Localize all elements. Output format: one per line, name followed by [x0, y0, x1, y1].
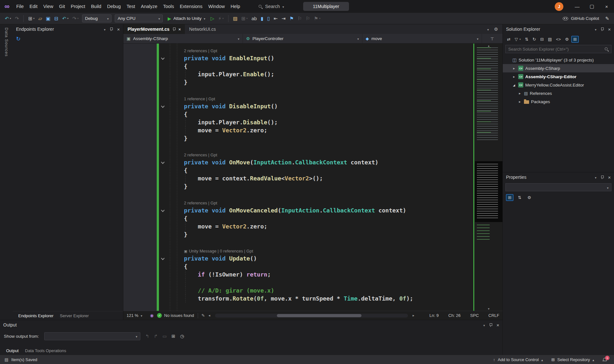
solution-search-input[interactable] [508, 47, 604, 52]
code-line[interactable]: move = context.ReadValue<Vector2>(); [159, 174, 473, 182]
tree-item-assembly-csharp[interactable]: C#Assembly-CSharp [503, 64, 614, 72]
pin-icon[interactable] [172, 27, 176, 31]
user-avatar[interactable]: J [555, 2, 563, 11]
project-dropdown[interactable]: ▣Assembly-CSharp [123, 34, 243, 43]
output-tab-output[interactable]: Output [3, 347, 21, 354]
properties-object-select[interactable] [505, 183, 611, 191]
indent-decrease-icon[interactable]: ⇤ [272, 15, 279, 22]
code-line[interactable]: input.Player.Disable(); [159, 118, 473, 126]
close-icon[interactable] [608, 175, 611, 180]
line-cursor-icon[interactable]: ▮ [259, 15, 265, 22]
code-cleanup-icon[interactable] [202, 313, 205, 318]
member-dropdown[interactable]: ◆move [362, 34, 482, 43]
menu-analyze[interactable]: Analyze [138, 2, 160, 11]
menu-help[interactable]: Help [228, 2, 243, 11]
tree-expander-icon[interactable] [512, 75, 516, 79]
menu-view[interactable]: View [40, 2, 56, 11]
categorized-icon[interactable]: ⊞ [506, 194, 513, 201]
menu-project[interactable]: Project [68, 2, 88, 11]
solution-search-box[interactable] [505, 45, 611, 53]
output-tab-data-tools-operations[interactable]: Data Tools Operations [22, 347, 69, 354]
code-line[interactable]: private void OnMoveCanceled(InputAction.… [159, 206, 473, 214]
breakpoint-gutter[interactable] [123, 44, 157, 311]
scrollbar-thumb[interactable] [277, 314, 362, 317]
nav-back-icon[interactable]: ↶▾ [3, 15, 13, 22]
notifications-button[interactable]: 1 [602, 357, 608, 362]
pin-icon[interactable] [110, 27, 113, 31]
code-line[interactable]: private void Update() [159, 254, 473, 262]
tree-expander-icon[interactable] [518, 100, 522, 104]
menu-file[interactable]: File [13, 2, 27, 11]
previous-bookmark-icon[interactable]: ⚐ [296, 15, 303, 22]
menu-tools[interactable]: Tools [160, 2, 177, 11]
start-without-debugging-icon[interactable]: ▷ [209, 15, 216, 22]
code-line[interactable]: } [159, 78, 473, 86]
add-to-source-control-button[interactable]: Add to Source Control [493, 357, 543, 362]
output-source-select[interactable] [44, 332, 140, 340]
code-line[interactable]: 2 references | Gpt [159, 198, 473, 206]
close-icon[interactable] [496, 322, 499, 328]
code-line[interactable]: { [159, 110, 473, 118]
previous-message-icon[interactable]: ↰ [145, 334, 149, 339]
collapse-region-icon[interactable] [161, 160, 164, 164]
code-line[interactable]: input.Player.Enable(); [159, 70, 473, 78]
data-sources-rail[interactable]: Data Sources [0, 24, 13, 320]
bookmark-menu-icon[interactable]: ⚑▾ [312, 15, 322, 22]
close-icon[interactable] [608, 27, 611, 32]
code-line[interactable]: move = Vector2.zero; [159, 222, 473, 230]
menu-test[interactable]: Test [124, 2, 138, 11]
code-line[interactable]: { [159, 166, 473, 174]
menu-git[interactable]: Git [56, 2, 68, 11]
close-icon[interactable] [117, 27, 120, 32]
collapse-region-icon[interactable] [161, 208, 164, 212]
configuration-select[interactable]: Debug [82, 14, 112, 22]
scroll-right-icon[interactable]: ▸ [413, 313, 415, 318]
code-line[interactable]: if (!IsOwner) return; [159, 270, 473, 278]
codelens[interactable]: 2 references | Gpt [184, 201, 217, 205]
scroll-up-icon[interactable]: ▴ [488, 44, 489, 47]
horizontal-scrollbar[interactable] [215, 314, 408, 318]
collapse-all-icon[interactable]: ⊟ [539, 36, 545, 42]
clear-all-icon[interactable]: ▭ [162, 334, 167, 339]
save-all-icon[interactable]: ⊟ [53, 15, 60, 22]
search-box[interactable]: Search [254, 2, 288, 11]
code-line[interactable]: 1 reference | Gpt [159, 94, 473, 102]
properties-icon[interactable]: ⚙ [563, 36, 570, 42]
minimap[interactable]: ▴ ▾ [475, 44, 502, 311]
scroll-down-icon[interactable]: ▾ [488, 307, 489, 310]
panel-menu-icon[interactable] [595, 175, 596, 180]
line-ending-indicator[interactable]: CRLF [488, 313, 499, 318]
type-dropdown[interactable]: ⚙PlayerController [243, 34, 362, 43]
select-repository-button[interactable]: Select Repository [551, 357, 594, 362]
bookmark-icon[interactable]: ⚑ [288, 15, 295, 22]
property-pages-icon[interactable]: ⚙ [526, 194, 533, 201]
tree-item-references[interactable]: References [503, 89, 614, 97]
code-line[interactable]: move = Vector2.zero; [159, 126, 473, 134]
code-line[interactable]: { [159, 262, 473, 270]
send-feedback-icon[interactable]: ✎ [603, 15, 611, 22]
code-line[interactable]: 2 references | Gpt [159, 46, 473, 54]
zoom-select[interactable]: 121 % [127, 313, 146, 318]
code-line[interactable] [159, 190, 473, 198]
codelens[interactable]: 1 reference | Gpt [184, 96, 215, 101]
code-line[interactable] [159, 142, 473, 150]
undo-icon[interactable]: ↶▾ [61, 15, 70, 22]
code-line[interactable] [159, 278, 473, 286]
indent-increase-icon[interactable]: ⇥ [280, 15, 287, 22]
code-line[interactable]: ▣Unity Message | 0 references | Gpt [159, 246, 473, 254]
filter-icon[interactable]: ▽▾ [513, 36, 522, 42]
code-line[interactable]: // A/D: girar (move.x) [159, 286, 473, 294]
split-window-icon[interactable] [490, 36, 494, 41]
collapse-region-icon[interactable] [161, 56, 164, 60]
settings-icon[interactable] [494, 27, 498, 32]
code-line[interactable]: private void EnableInput() [159, 54, 473, 62]
pin-icon[interactable] [601, 27, 604, 31]
collapse-region-icon[interactable] [161, 256, 164, 260]
code-surface[interactable]: 2 references | Gptprivate void EnableInp… [159, 44, 473, 311]
document-tab-playermovement-cs[interactable]: PlayerMovement.cs [123, 24, 185, 34]
close-icon[interactable] [178, 27, 181, 32]
close-button[interactable]: × [599, 0, 614, 13]
peek-window-icon[interactable]: ⊞▾ [240, 15, 249, 22]
save-icon[interactable]: ▣ [44, 15, 52, 22]
tree-item-packages[interactable]: Packages [503, 97, 614, 106]
